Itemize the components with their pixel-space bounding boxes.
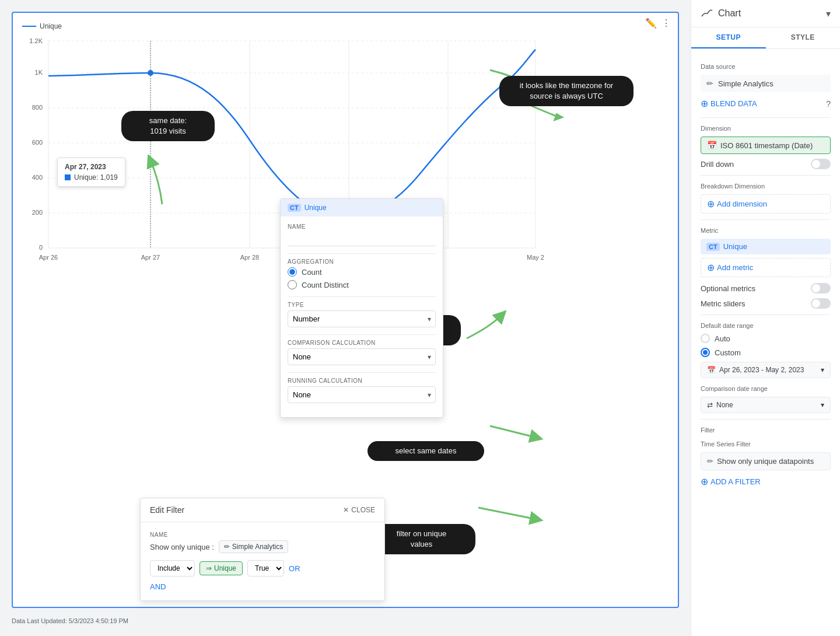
metric-ct: CT xyxy=(706,243,720,251)
popup-aggregation-label: Aggregation xyxy=(288,258,436,265)
edit-chart-button[interactable]: ✏️ xyxy=(645,18,657,29)
auto-radio-circle[interactable] xyxy=(701,334,710,343)
or-button[interactable]: OR xyxy=(289,564,300,573)
custom-radio-circle[interactable] xyxy=(701,348,710,357)
panel-title-row: Chart xyxy=(701,7,741,20)
filter-panel-title: Edit Filter xyxy=(150,505,184,515)
count-distinct-radio-input[interactable] xyxy=(288,280,297,289)
tab-style[interactable]: STYLE xyxy=(766,27,841,48)
filter-name-text: Show only unique : xyxy=(150,543,214,551)
metric-ct-badge: CT xyxy=(288,204,301,212)
count-label: Count xyxy=(302,268,322,277)
date-range-value: Apr 26, 2023 - May 2, 2023 xyxy=(719,366,804,374)
auto-label: Auto xyxy=(715,334,730,343)
tooltip-square xyxy=(65,174,71,180)
plus-icon: ⊕ xyxy=(701,98,708,109)
popup-comparison-label: Comparison calculation xyxy=(288,340,436,346)
popup-running-field: Running calculation None xyxy=(288,378,436,403)
metric-name: Unique xyxy=(723,242,747,251)
more-options-button[interactable]: ⋮ xyxy=(662,18,671,29)
comparison-select-wrapper: None xyxy=(288,348,436,365)
panel-collapse-button[interactable]: ▾ xyxy=(826,8,831,19)
svg-text:400: 400 xyxy=(32,174,43,181)
custom-label: Custom xyxy=(715,348,741,357)
aggregation-radio-group: Count Count Distinct xyxy=(288,267,436,289)
metric-chip[interactable]: CT Unique xyxy=(701,239,831,254)
add-metric-label: Add metric xyxy=(717,263,753,272)
panel-content: Data source ✏ Simple Analytics ⊕ BLEND D… xyxy=(691,49,840,636)
running-select-wrapper: None xyxy=(288,386,436,403)
metric-sliders-toggle[interactable] xyxy=(811,298,831,309)
filter-name-label: Name xyxy=(150,532,375,538)
count-radio[interactable]: Count xyxy=(288,267,436,277)
running-select[interactable]: None xyxy=(288,386,436,403)
svg-text:0: 0 xyxy=(39,244,43,251)
blend-data-button[interactable]: ⊕ BLEND DATA xyxy=(701,96,757,111)
filter-condition-row: Include ⇒ Unique True OR xyxy=(150,560,375,576)
filter-name-row: Name Show only unique : ✏ Simple Analyti… xyxy=(150,532,375,553)
popup-aggregation-field: Aggregation Count Count Distinct xyxy=(288,258,436,289)
drill-down-label: Drill down xyxy=(701,160,734,169)
condition-select[interactable]: True xyxy=(247,560,284,576)
filter-field-label: Unique xyxy=(214,564,236,572)
add-dimension-icon: ⊕ xyxy=(707,198,715,209)
time-series-label: Time Series Filter xyxy=(701,441,831,448)
and-button[interactable]: AND xyxy=(150,582,166,591)
legend-line xyxy=(22,26,36,27)
comparison-select[interactable]: None xyxy=(288,348,436,365)
edit-filter-panel: Edit Filter ✕ CLOSE Name Show only uniqu… xyxy=(140,498,385,601)
svg-text:Apr 28: Apr 28 xyxy=(240,254,259,261)
add-metric-button[interactable]: ⊕ Add metric xyxy=(701,258,831,277)
date-range-row[interactable]: 📅 Apr 26, 2023 - May 2, 2023 ▾ xyxy=(701,362,831,378)
type-select-wrapper: Number xyxy=(288,310,436,327)
popup-type-label: Type xyxy=(288,302,436,308)
comparison-label: Comparison date range xyxy=(701,385,831,392)
svg-text:Apr 26: Apr 26 xyxy=(39,254,58,261)
data-source-row: ✏ Simple Analytics xyxy=(701,75,831,92)
optional-metrics-row: Optional metrics xyxy=(701,283,831,293)
popup-name-label: Name xyxy=(288,223,436,230)
default-date-label: Default date range xyxy=(701,322,831,329)
filter-item[interactable]: ✏ Show only unique datapoints xyxy=(701,452,831,470)
panel-tabs: SETUP STYLE xyxy=(691,27,840,49)
blend-data-label: BLEND DATA xyxy=(710,99,757,108)
filter-close-button[interactable]: ✕ CLOSE xyxy=(343,506,375,514)
tooltip-date: Apr 27, 2023 xyxy=(65,163,118,171)
dimension-chip[interactable]: 📅 ISO 8601 timestamp (Date) xyxy=(701,137,831,154)
popup-running-label: Running calculation xyxy=(288,378,436,384)
tab-setup[interactable]: SETUP xyxy=(691,27,766,48)
svg-marker-27 xyxy=(551,111,564,121)
comparison-chevron: ▾ xyxy=(821,401,824,409)
popup-more-button[interactable]: ⋯ xyxy=(356,198,367,202)
include-select[interactable]: Include xyxy=(150,560,195,576)
auto-radio-option[interactable]: Auto xyxy=(701,334,831,343)
metric-name-input[interactable] xyxy=(288,232,436,246)
data-source-name: Simple Analytics xyxy=(718,79,825,88)
dimension-value: ISO 8601 timestamp (Date) xyxy=(720,141,813,150)
filter-item-label: Show only unique datapoints xyxy=(717,457,814,466)
add-dimension-button[interactable]: ⊕ Add dimension xyxy=(701,194,831,214)
legend-label: Unique xyxy=(40,22,62,30)
custom-radio-option[interactable]: Custom xyxy=(701,348,831,357)
filter-field-chip: ⇒ Unique xyxy=(200,561,243,575)
tooltip-item: Unique: 1,019 xyxy=(65,173,118,181)
help-icon[interactable]: ? xyxy=(826,99,831,109)
filter-label: Filter xyxy=(701,427,831,434)
right-panel: Chart ▾ SETUP STYLE Data source ✏ Simple… xyxy=(691,0,840,636)
comparison-row[interactable]: ⇄ None ▾ xyxy=(701,397,831,413)
comparison-icon: ⇄ xyxy=(707,401,713,409)
comparison-value: None xyxy=(716,401,733,409)
filter-panel-body: Name Show only unique : ✏ Simple Analyti… xyxy=(141,522,384,600)
count-distinct-label: Count Distinct xyxy=(302,281,349,289)
svg-text:1.2K: 1.2K xyxy=(29,37,43,44)
svg-text:1K: 1K xyxy=(35,69,43,76)
optional-metrics-toggle[interactable] xyxy=(811,283,831,293)
date-range-chevron: ▾ xyxy=(821,366,824,374)
dimension-label: Dimension xyxy=(701,125,831,132)
add-filter-button[interactable]: ⊕ ADD A FILTER xyxy=(701,474,761,490)
type-select[interactable]: Number xyxy=(288,310,436,327)
drill-down-toggle[interactable] xyxy=(811,159,831,169)
count-radio-input[interactable] xyxy=(288,267,297,277)
count-distinct-radio[interactable]: Count Distinct xyxy=(288,280,436,289)
filter-name-value: Show only unique : ✏ Simple Analytics xyxy=(150,540,375,553)
